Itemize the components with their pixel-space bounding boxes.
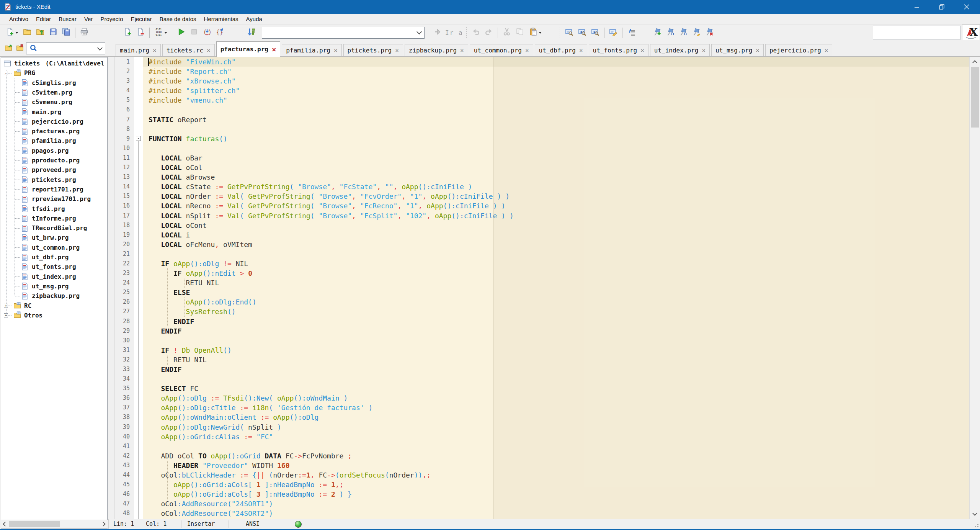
tab-close-icon[interactable]: × [334, 47, 338, 54]
code-line[interactable]: STATIC oReport [149, 115, 969, 124]
tree-item-report1701.prg[interactable]: report1701.prg [21, 185, 83, 194]
toolbar-button-import-file[interactable] [34, 26, 47, 39]
tab-close-icon[interactable]: × [272, 46, 276, 52]
code-line[interactable] [149, 374, 969, 384]
tree-item-c5vitem.prg[interactable]: c5vitem.prg [21, 88, 72, 97]
toolbar-button-replace[interactable] [607, 26, 620, 39]
tab-ut_fonts.prg[interactable]: ut_fonts.prg× [589, 44, 648, 56]
toolbar-button-paste[interactable] [526, 26, 544, 39]
sidebar-horizontal-scrollbar[interactable] [1, 520, 108, 528]
toolbar-button-find-in-file[interactable] [563, 26, 576, 39]
tree-item-tInforme.prg[interactable]: tInforme.prg [21, 214, 76, 223]
scroll-up-arrow[interactable] [970, 57, 980, 67]
code-line[interactable]: ELSE [149, 288, 969, 297]
toolbar-button-new-file[interactable] [3, 26, 21, 39]
tab-pejercicio.prg[interactable]: pejercicio.prg× [765, 44, 833, 56]
code-line[interactable]: #include "xBrowse.ch" [149, 76, 969, 86]
code-line[interactable]: LOCAL nSplit := Val( GetPvProfString( "B… [149, 211, 969, 221]
toolbar-button-find-previous[interactable] [576, 26, 589, 39]
scroll-right-arrow[interactable] [100, 520, 108, 528]
code-line[interactable]: LOCAL nRecno := Val( GetPvProfString( "B… [149, 201, 969, 211]
maximize-button[interactable] [933, 0, 951, 14]
code-line[interactable]: LOCAL oCol [149, 163, 969, 172]
tree-item-main.prg[interactable]: main.prg [21, 107, 61, 117]
code-line[interactable]: IF ! Db_OpenAll() [149, 345, 969, 355]
code-line[interactable]: LOCAL cState := GetPvProfString( "Browse… [149, 182, 969, 191]
tree-item-root[interactable]: tickets(C:\Alanit\devel [3, 59, 105, 68]
toolbar-button-bookmark-edit[interactable] [690, 26, 703, 39]
code-line[interactable]: LOCAL nOrder := Val( GetPvProfString( "B… [149, 191, 969, 201]
menu-item-ejecutar[interactable]: Ejecutar [127, 14, 156, 24]
toolbar-button-cut[interactable] [500, 26, 513, 39]
toolbar-button-bookmark-first[interactable] [664, 26, 677, 39]
scroll-left-arrow[interactable] [1, 520, 8, 528]
toolbar-button-print[interactable] [78, 26, 91, 39]
project-filter-input[interactable] [26, 43, 105, 54]
tree-item-rpreview1701.prg[interactable]: rpreview1701.prg [21, 194, 91, 204]
tree-item-zipbackup.prg[interactable]: zipbackup.prg [21, 291, 80, 301]
tree-item-ptickets.prg[interactable]: ptickets.prg [21, 175, 76, 185]
code-line[interactable]: IF oApp():oDlg != NIL [149, 259, 969, 268]
code-line[interactable]: oApp():oDlg:cTitle := i18n( 'Gestión de … [149, 403, 969, 412]
code-line[interactable]: oCol:AddResource("24SORT1") [149, 499, 969, 509]
code-line[interactable]: #include "FiveWin.ch" [149, 57, 969, 67]
toolbar-button-close-file-remove[interactable] [134, 26, 147, 39]
resize-grip[interactable] [973, 522, 978, 527]
code-line[interactable]: IF oApp():nEdit > 0 [149, 268, 969, 278]
code-line[interactable] [149, 144, 969, 153]
toolbar-button-compile-braces[interactable]: () [201, 26, 214, 39]
code-line[interactable]: oApp():oDlg:End() [149, 297, 969, 307]
tree-item-pfacturas.prg[interactable]: pfacturas.prg [21, 126, 80, 136]
code-line[interactable]: ENDIF [149, 317, 969, 326]
tree-item-pejercicio.prg[interactable]: pejercicio.prg [21, 117, 83, 126]
menu-item-proyecto[interactable]: Proyecto [96, 14, 127, 24]
tree-item-ut_msg.prg[interactable]: ut_msg.prg [21, 281, 69, 291]
splitter-handle[interactable] [108, 57, 115, 519]
menu-item-ver[interactable]: Ver [80, 14, 97, 24]
minimize-button[interactable] [908, 0, 926, 14]
function-search-combobox[interactable] [262, 27, 425, 39]
expand-icon[interactable]: + [4, 313, 8, 317]
code-line[interactable]: ADD oCol TO oApp():oGrid DATA FC->FcPvNo… [149, 451, 969, 461]
dropdown-arrow-icon[interactable] [539, 32, 542, 34]
tree-item-pproducto.prg[interactable]: pproducto.prg [21, 155, 80, 165]
toolbar-button-bookmark-delete[interactable] [703, 26, 716, 39]
tab-ut_msg.prg[interactable]: ut_msg.prg× [711, 44, 764, 56]
toolbar-button-open-file[interactable] [21, 26, 34, 39]
code-line[interactable]: RETU NIL [149, 278, 969, 288]
code-line[interactable]: LOCAL oCont [149, 221, 969, 230]
tab-ut_common.prg[interactable]: ut_common.prg× [470, 44, 533, 56]
tab-zipbackup.prg[interactable]: zipbackup.prg× [405, 44, 468, 56]
toolbar-button-find-next[interactable] [589, 26, 602, 39]
tab-ut_dbf.prg[interactable]: ut_dbf.prg× [535, 44, 587, 56]
code-line[interactable]: oApp():oGrid:aCols[ 1 ]:nHeadBmpNo := 1,… [149, 480, 969, 489]
tree-item-ut_brw.prg[interactable]: ut_brw.prg [21, 233, 69, 242]
tab-close-icon[interactable]: × [153, 47, 157, 54]
chevron-down-icon[interactable] [97, 45, 103, 50]
code-line[interactable] [149, 442, 969, 451]
tree-item-ut_fonts.prg[interactable]: ut_fonts.prg [21, 262, 76, 272]
tab-close-icon[interactable]: × [395, 47, 399, 54]
scroll-down-arrow[interactable] [970, 509, 980, 519]
tree-item-RC[interactable]: RC [13, 301, 31, 311]
code-line[interactable]: oApp():oDlg := TFsdi():New( oApp():oWndM… [149, 393, 969, 403]
code-line[interactable]: LOCAL i [149, 230, 969, 240]
code-line[interactable]: LOCAL oBar [149, 153, 969, 163]
tab-close-icon[interactable]: × [825, 47, 828, 54]
code-line[interactable]: oCol:bLClickHeader := {|| (nOrder:=1, FC… [149, 470, 969, 480]
toolbar-button-redo[interactable] [482, 26, 495, 39]
tree-item-c5imglis.prg[interactable]: c5imglis.prg [21, 78, 76, 88]
tree-item-ppagos.prg[interactable]: ppagos.prg [21, 146, 69, 155]
code-line[interactable] [149, 336, 969, 345]
goto-button[interactable]: Ir a [428, 28, 466, 38]
toolbar-button-save[interactable] [47, 26, 60, 39]
menu-item-ayuda[interactable]: Ayuda [242, 14, 266, 24]
tree-item-pfamilia.prg[interactable]: pfamilia.prg [21, 136, 76, 146]
code-line[interactable] [149, 105, 969, 115]
toolbar-button-undo[interactable] [469, 26, 482, 39]
expand-icon[interactable]: + [4, 304, 8, 308]
tab-close-icon[interactable]: × [579, 47, 583, 54]
scrollbar-thumb[interactable] [9, 521, 60, 527]
code-line[interactable]: oCol:AddResource("24SORT2") [149, 509, 969, 518]
code-line[interactable]: #include "Report.ch" [149, 67, 969, 76]
